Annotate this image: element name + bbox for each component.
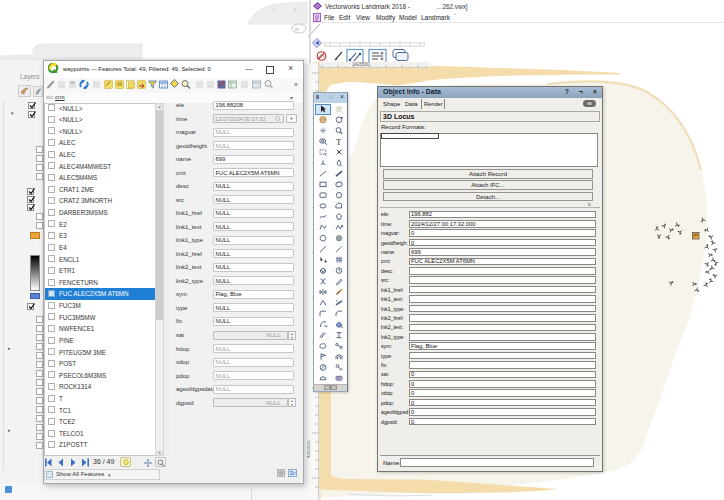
svg-text:¬: ¬: [271, 6, 275, 13]
svg-text:T: T: [336, 138, 341, 147]
svg-text:m: m: [295, 27, 299, 32]
svg-text:4200000: 4200000: [307, 440, 311, 458]
svg-text:»: »: [294, 81, 298, 88]
svg-text:×: ×: [293, 6, 297, 13]
